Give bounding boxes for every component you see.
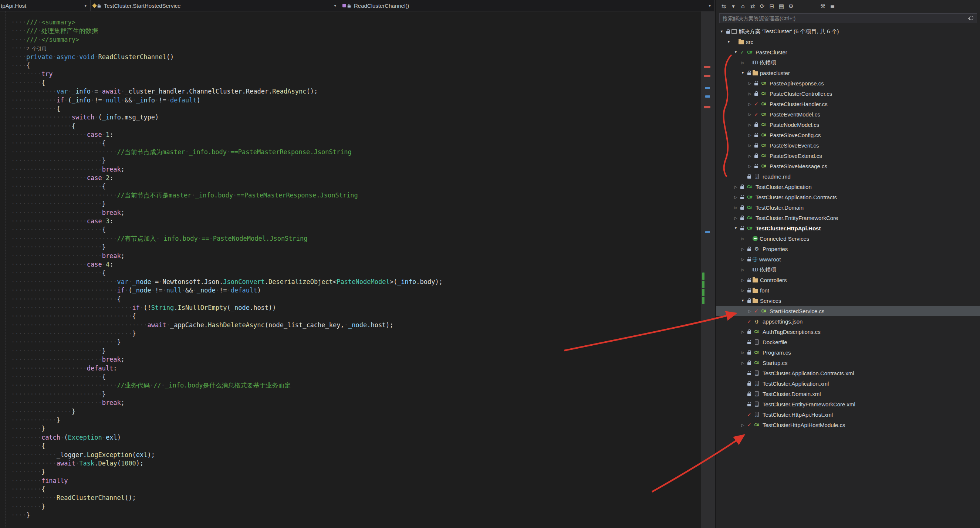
code-line[interactable]: ····}	[11, 511, 701, 520]
expander-icon[interactable]: ▷	[747, 143, 753, 148]
tree-item[interactable]: ▷PasteNodeModel.cs	[716, 119, 980, 130]
breadcrumb-member-dropdown[interactable]: ReadClusterChannel() ▾	[340, 0, 715, 11]
code-line[interactable]: ············var·_info·=·await·_cluster_h…	[11, 87, 701, 96]
code-line[interactable]: ························{	[11, 373, 701, 381]
code-line[interactable]: ····························//业务代码·//·_i…	[11, 381, 701, 390]
expander-icon[interactable]: ▷	[740, 258, 746, 261]
tree-item[interactable]: ▷✓PasteClusterHandler.cs	[716, 99, 980, 109]
tree-item[interactable]: ▼TestCluster.HttpApi.Host	[716, 223, 980, 233]
code-line[interactable]: ····················case·3:	[11, 217, 701, 226]
expander-icon[interactable]: ▷	[747, 112, 753, 116]
tree-item[interactable]: TestCluster.EntityFrameworkCore.xml	[716, 399, 980, 409]
show-all-files-icon[interactable]: ▤	[777, 2, 786, 11]
tree-item[interactable]: ▷PasteClusterController.cs	[716, 88, 980, 99]
expander-icon[interactable]: ▷	[740, 423, 746, 427]
code-line[interactable]: ························break;	[11, 399, 701, 407]
code-line[interactable]: ························}	[11, 347, 701, 355]
expander-icon[interactable]: ▼	[740, 299, 746, 302]
tree-item[interactable]: ▷font	[716, 285, 980, 296]
expander-icon[interactable]: ▷	[740, 247, 746, 251]
code-line[interactable]: ············}	[11, 416, 701, 425]
code-line[interactable]: ································}	[11, 329, 701, 338]
code-line[interactable]: ····private·async·void·ReadClusterChanne…	[11, 53, 701, 61]
expander-icon[interactable]: ▷	[747, 123, 753, 127]
code-line[interactable]: ························{	[11, 269, 701, 277]
tree-item[interactable]: TestCluster.Domain.xml	[716, 389, 980, 399]
expander-icon[interactable]: ▷	[747, 154, 753, 158]
tree-item[interactable]: ▷TestCluster.Domain	[716, 202, 980, 213]
code-line[interactable]: ························{	[11, 139, 701, 148]
expander-icon[interactable]: ▷	[747, 133, 753, 137]
expander-icon[interactable]: ▷	[747, 92, 753, 96]
code-line[interactable]: ····///·处理集群产生的数据	[11, 27, 701, 35]
wrench-icon[interactable]: ⚒	[818, 2, 827, 11]
code-line[interactable]: ································{	[11, 312, 701, 321]
expander-icon[interactable]: ▷	[740, 350, 746, 355]
search-input[interactable]	[719, 13, 977, 23]
tree-item[interactable]: ✓appsettings.json	[716, 316, 980, 326]
code-line[interactable]: ························}	[11, 243, 701, 251]
tree-item[interactable]: ▷✓StartHostedService.cs	[716, 306, 980, 316]
code-line[interactable]: ························}	[11, 156, 701, 165]
code-line[interactable]: ························}	[11, 200, 701, 208]
code-line[interactable]: ············if·(_info·!=·null·&&·_info·!…	[11, 96, 701, 105]
expander-icon[interactable]: ▷	[747, 102, 753, 106]
expander-icon[interactable]: ▷	[740, 288, 746, 293]
expander-icon[interactable]: ▷	[733, 205, 739, 210]
code-line[interactable]: ················}	[11, 407, 701, 416]
expander-icon[interactable]: ▼	[733, 226, 739, 230]
expander-icon[interactable]: ▷	[733, 216, 739, 220]
code-line[interactable]: ····························//当前节点不再是mas…	[11, 191, 701, 200]
code-line[interactable]: ············{	[11, 105, 701, 113]
tree-item[interactable]: ▷Connected Services	[716, 233, 980, 244]
code-line[interactable]: ········}	[11, 468, 701, 476]
tree-item[interactable]: ▷依赖项	[716, 264, 980, 275]
tree-item[interactable]: ▷TestCluster.Application	[716, 181, 980, 192]
expander-icon[interactable]: ▷	[747, 309, 753, 313]
expander-icon[interactable]: ▷	[747, 164, 753, 168]
editor-pane[interactable]: ····///·<summary>····///·处理集群产生的数据····//…	[0, 11, 701, 528]
tree-item[interactable]: ▷AuthTagDescriptions.cs	[716, 326, 980, 337]
code-line[interactable]: ························break;	[11, 355, 701, 364]
code-line[interactable]: ····························}	[11, 338, 701, 347]
tree-item[interactable]: ▷Controllers	[716, 275, 980, 285]
tree-item[interactable]: TestCluster.Application.xml	[716, 378, 980, 389]
code-line[interactable]: ························break;	[11, 208, 701, 217]
breadcrumb-type-dropdown[interactable]: TestCluster.StartHostedService ▾	[91, 0, 340, 11]
properties-icon[interactable]: ⚙	[787, 2, 795, 11]
code-line[interactable]: ····························{	[11, 295, 701, 304]
code-line[interactable]: ················switch·(_info.msg_type)	[11, 113, 701, 122]
tree-item[interactable]: TestCluster.Application.Contracts.xml	[716, 368, 980, 378]
home-icon[interactable]: ⌂	[738, 2, 748, 11]
code-line[interactable]: ····················case·4:	[11, 260, 701, 269]
sync-with-active-document-icon[interactable]: ⇄	[748, 2, 757, 11]
code-line[interactable]: ························}	[11, 390, 701, 399]
code-line[interactable]: ········}	[11, 425, 701, 433]
code-line[interactable]: ············await·Task.Delay(1000);	[11, 459, 701, 468]
collapse-all-icon[interactable]: ⊟	[767, 2, 776, 11]
code-line[interactable]: ····///·<summary>	[11, 18, 701, 27]
code-line[interactable]: ····2 个引用	[11, 44, 701, 52]
code-line[interactable]: ····························//当前节点成为mast…	[11, 148, 701, 156]
switch-views-icon[interactable]: ⇆	[719, 2, 728, 11]
tree-item[interactable]: ▷PasteSloveMessage.cs	[716, 161, 980, 171]
expander-icon[interactable]: ▼	[740, 71, 746, 75]
tree-item[interactable]: ▷✓PasteEventModel.cs	[716, 109, 980, 119]
code-line[interactable]: ····················case·2:	[11, 174, 701, 182]
code-line[interactable]: ········{	[11, 79, 701, 87]
tree-item[interactable]: ✓TestCluster.HttpApi.Host.xml	[716, 409, 980, 420]
code-line[interactable]: ············ReadClusterChannel();	[11, 494, 701, 502]
tree-item[interactable]: ▼Services	[716, 296, 980, 306]
dropdown-chevron-icon[interactable]: ▾	[729, 2, 738, 11]
expander-icon[interactable]: ▷	[733, 185, 739, 189]
expander-icon[interactable]: ▼	[725, 40, 732, 44]
tree-item[interactable]: ▷PasteSloveExtend.cs	[716, 151, 980, 161]
code-line[interactable]: ································if·(!Str…	[11, 304, 701, 312]
expander-icon[interactable]: ▷	[740, 60, 746, 65]
tree-item[interactable]: ▼✓PasteCluster	[716, 47, 980, 57]
expander-icon[interactable]: ▷	[740, 268, 746, 272]
code-line[interactable]: ····························if·(_node·!=…	[11, 286, 701, 295]
expander-icon[interactable]: ▼	[733, 50, 739, 54]
code-line[interactable]: ····················default:	[11, 364, 701, 373]
filter-icon[interactable]: ≡	[828, 2, 837, 11]
